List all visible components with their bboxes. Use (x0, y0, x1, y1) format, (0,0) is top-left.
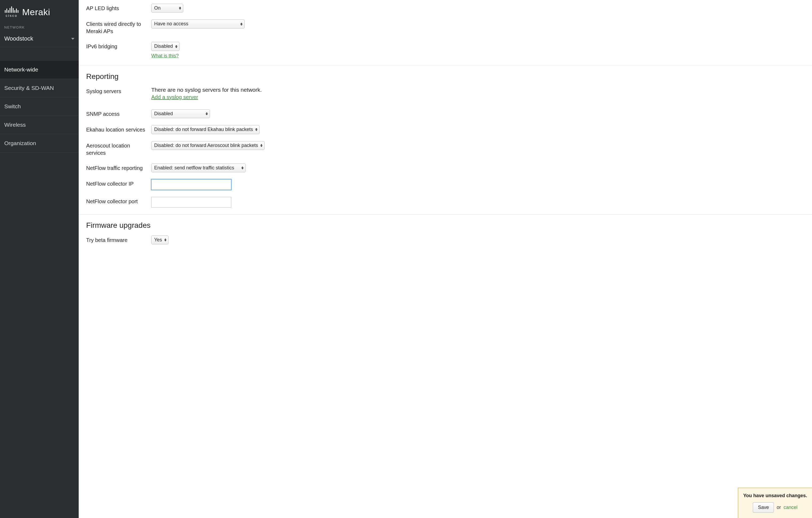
select-arrows-icon (175, 45, 178, 48)
nav-spacer (0, 47, 79, 61)
section-firmware: Firmware upgrades Try beta firmware Yes (79, 214, 812, 244)
cisco-logo: cisco (5, 6, 19, 17)
select-arrows-icon (179, 7, 181, 9)
cisco-bars-icon (5, 6, 19, 13)
setting-aeroscout: Aeroscout location services Disabled: do… (86, 141, 805, 156)
setting-beta-firmware: Try beta firmware Yes (86, 235, 805, 244)
setting-netflow-port: NetFlow collector port (86, 197, 805, 207)
select-value: On (154, 5, 161, 11)
select-value: Yes (154, 237, 162, 243)
aeroscout-select[interactable]: Disabled: do not forward Aeroscout blink… (151, 141, 265, 150)
ap-led-select[interactable]: On (151, 4, 183, 12)
syslog-status-text: There are no syslog servers for this net… (151, 87, 805, 93)
save-button[interactable]: Save (753, 502, 774, 513)
select-value: Have no access (154, 21, 188, 27)
unsaved-changes-banner: You have unsaved changes. Save or cancel (738, 488, 812, 518)
select-arrows-icon (241, 167, 244, 169)
add-syslog-link[interactable]: Add a syslog server (151, 94, 198, 100)
unsaved-actions: Save or cancel (743, 502, 808, 513)
select-value: Disabled: do not forward Ekahau blink pa… (154, 126, 253, 133)
nav-item-security-sdwan[interactable]: Security & SD-WAN (0, 79, 79, 97)
network-name: Woodstock (4, 35, 33, 42)
or-text: or (775, 505, 782, 510)
setting-label: NetFlow collector IP (86, 179, 151, 188)
select-value: Disabled: do not forward Aeroscout blink… (154, 142, 258, 149)
setting-label: NetFlow traffic reporting (86, 164, 151, 172)
ipv6-select[interactable]: Disabled (151, 42, 179, 51)
cisco-text: cisco (6, 14, 18, 17)
setting-ekahau: Ekahau location services Disabled: do no… (86, 125, 805, 134)
netflow-port-input[interactable] (151, 197, 231, 207)
select-arrows-icon (164, 238, 167, 241)
nav-item-network-wide[interactable]: Network-wide (0, 61, 79, 79)
chevron-down-icon (71, 38, 75, 40)
beta-firmware-select[interactable]: Yes (151, 235, 169, 244)
select-value: Disabled (154, 43, 173, 49)
section-title-reporting: Reporting (86, 72, 805, 81)
setting-snmp: SNMP access Disabled (86, 109, 805, 118)
setting-wired-clients: Clients wired directly to Meraki APs Hav… (86, 20, 805, 35)
meraki-text: Meraki (22, 7, 50, 17)
nav-label: Network-wide (4, 66, 38, 73)
ekahau-select[interactable]: Disabled: do not forward Ekahau blink pa… (151, 125, 260, 134)
setting-netflow: NetFlow traffic reporting Enabled: send … (86, 164, 805, 172)
setting-syslog: Syslog servers There are no syslog serve… (86, 87, 805, 100)
setting-label: NetFlow collector port (86, 197, 151, 205)
network-selector[interactable]: Woodstock (0, 31, 79, 47)
select-value: Enabled: send netflow traffic statistics (154, 165, 234, 171)
main-content: AP LED lights On Clients wired directly … (79, 0, 812, 518)
setting-label: Aeroscout location services (86, 141, 151, 156)
section-reporting: Reporting Syslog servers There are no sy… (79, 66, 812, 207)
setting-label: AP LED lights (86, 4, 151, 12)
setting-label: IPv6 bridging (86, 42, 151, 50)
select-arrows-icon (205, 112, 208, 115)
cancel-link[interactable]: cancel (784, 505, 798, 510)
select-arrows-icon (260, 144, 263, 147)
nav-label: Security & SD-WAN (4, 85, 54, 91)
select-value: Disabled (154, 111, 173, 117)
setting-label: SNMP access (86, 109, 151, 118)
section-title-firmware: Firmware upgrades (86, 221, 805, 230)
netflow-select[interactable]: Enabled: send netflow traffic statistics (151, 164, 246, 172)
setting-ipv6-bridging: IPv6 bridging Disabled What is this? (86, 42, 805, 58)
setting-label: Try beta firmware (86, 235, 151, 244)
netflow-ip-input[interactable] (151, 179, 231, 190)
setting-label: Syslog servers (86, 87, 151, 95)
sidebar: cisco Meraki NETWORK Woodstock Network-w… (0, 0, 79, 518)
select-arrows-icon (255, 128, 258, 131)
setting-label: Ekahau location services (86, 125, 151, 133)
nav-label: Switch (4, 103, 21, 109)
nav-item-wireless[interactable]: Wireless (0, 116, 79, 134)
unsaved-heading: You have unsaved changes. (743, 493, 808, 498)
nav-item-organization[interactable]: Organization (0, 134, 79, 152)
snmp-select[interactable]: Disabled (151, 109, 210, 118)
nav-item-switch[interactable]: Switch (0, 97, 79, 116)
nav-label: Wireless (4, 122, 26, 128)
brand-logo: cisco Meraki (0, 0, 79, 25)
setting-label: Clients wired directly to Meraki APs (86, 20, 151, 35)
select-arrows-icon (240, 23, 243, 26)
ipv6-help-link[interactable]: What is this? (151, 53, 179, 59)
setting-ap-led: AP LED lights On (86, 4, 805, 12)
nav-label: Organization (4, 140, 36, 146)
wired-clients-select[interactable]: Have no access (151, 20, 244, 28)
network-section-label: NETWORK (0, 25, 79, 31)
setting-netflow-ip: NetFlow collector IP (86, 179, 805, 190)
